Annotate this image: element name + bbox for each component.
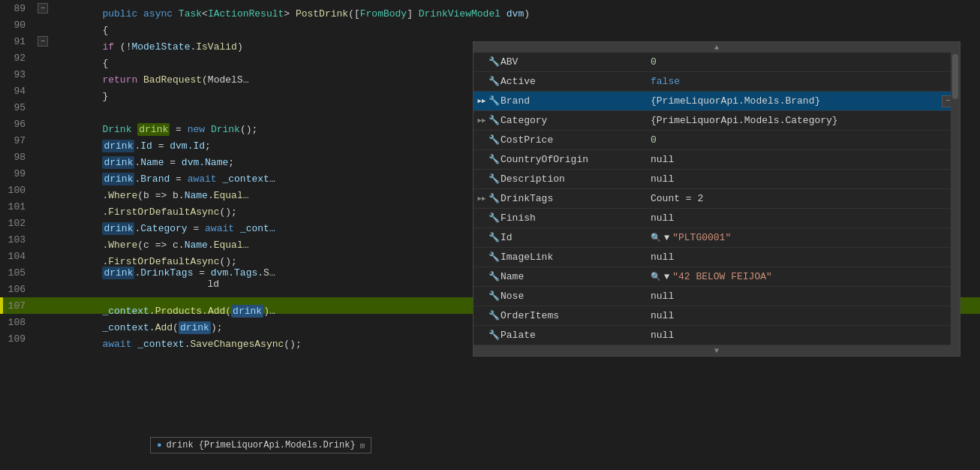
line-num-91: 91 xyxy=(0,36,38,47)
wrench-icon-category: 🔧 xyxy=(487,114,501,128)
wrench-icon-costprice: 🔧 xyxy=(487,134,501,147)
wrench-icon-countryoforigin: 🔧 xyxy=(487,153,501,167)
debug-row-orderitems[interactable]: 🔧 OrderItems null xyxy=(473,306,960,326)
line-num-104: 104 xyxy=(0,251,38,262)
tooltip-arrow: ⊞ xyxy=(360,441,365,450)
line-num-99: 99 xyxy=(0,168,38,179)
wrench-icon-imagelink: 🔧 xyxy=(487,251,501,264)
debug-row-description[interactable]: 🔧 Description null xyxy=(473,170,960,189)
debug-row-brand[interactable]: ▶ 🔧 Brand {PrimeLiquorApi.Models.Brand} … xyxy=(473,92,960,111)
line-num-98: 98 xyxy=(0,152,38,163)
debug-tooltip: ● drink {PrimeLiquorApi.Models.Drink} ⊞ xyxy=(150,437,371,453)
line-num-108: 108 xyxy=(0,317,38,328)
line-num-93: 93 xyxy=(0,69,38,80)
debug-row-abv[interactable]: 🔧 ABV 0 xyxy=(473,53,960,72)
wrench-icon-palate: 🔧 xyxy=(487,329,501,342)
wrench-icon-active: 🔧 xyxy=(487,75,501,89)
wrench-icon-description: 🔧 xyxy=(487,173,501,186)
collapse-91[interactable]: − xyxy=(38,36,48,47)
debug-row-imagelink[interactable]: 🔧 ImageLink null xyxy=(473,248,960,267)
debug-row-category[interactable]: ▶ 🔧 Category {PrimeLiquorApi.Models.Cate… xyxy=(473,111,960,131)
line-num-106: 106 xyxy=(0,284,38,295)
wrench-icon-brand: 🔧 xyxy=(487,95,501,108)
wrench-icon-orderitems: 🔧 xyxy=(487,309,501,323)
line-num-89: 89 xyxy=(0,3,38,14)
tooltip-text: drink {PrimeLiquorApi.Models.Drink} xyxy=(167,440,356,450)
debug-row-drinktags[interactable]: ▶ 🔧 DrinkTags Count = 2 xyxy=(473,189,960,209)
debug-scroll-down[interactable]: ▼ xyxy=(473,345,960,356)
wrench-icon-id: 🔧 xyxy=(487,231,501,245)
wrench-icon-name: 🔧 xyxy=(487,270,501,284)
line-num-96: 96 xyxy=(0,119,38,130)
line-num-105: 105 xyxy=(0,267,38,279)
line-num-101: 101 xyxy=(0,201,38,212)
line-num-102: 102 xyxy=(0,218,38,229)
debug-arrow xyxy=(0,297,3,314)
line-num-94: 94 xyxy=(0,86,38,97)
line-num-92: 92 xyxy=(0,53,38,64)
editor-container: 89 − public async Task<IActionResult> Po… xyxy=(0,0,980,470)
wrench-icon-abv: 🔧 xyxy=(487,56,501,69)
debug-scrollbar-thumb[interactable] xyxy=(952,54,958,99)
line-num-107: 107 xyxy=(0,300,38,312)
debug-row-name[interactable]: 🔧 Name 🔍 ▼ "42 BELOW FEIJOA" xyxy=(473,267,960,287)
line-num-97: 97 xyxy=(0,135,38,146)
line-num-95: 95 xyxy=(0,102,38,113)
wrench-icon-nose: 🔧 xyxy=(487,290,501,303)
debug-row-finish[interactable]: 🔧 Finish null xyxy=(473,209,960,228)
debug-name-brand: Brand xyxy=(501,95,651,107)
wrench-icon-finish: 🔧 xyxy=(487,212,501,225)
debug-row-active[interactable]: 🔧 Active false xyxy=(473,72,960,92)
debug-scrollbar[interactable] xyxy=(951,53,960,345)
wrench-icon-drinktags: 🔧 xyxy=(487,192,501,206)
search-icon-name: 🔍 xyxy=(651,272,661,282)
line-num-103: 103 xyxy=(0,234,38,246)
debug-row-nose[interactable]: 🔧 Nose null xyxy=(473,287,960,306)
line-num-100: 100 xyxy=(0,185,38,196)
collapse-89[interactable]: − xyxy=(38,3,48,14)
debug-row-costprice[interactable]: 🔧 CostPrice 0 xyxy=(473,131,960,150)
debug-panel: ▲ 🔧 ABV 0 🔧 Active false ▶ 🔧 Brand {Prim… xyxy=(473,41,960,357)
debug-scroll-up[interactable]: ▲ xyxy=(473,42,960,53)
debug-row-palate[interactable]: 🔧 Palate null xyxy=(473,326,960,345)
search-icon-id: 🔍 xyxy=(651,233,661,243)
line-num-90: 90 xyxy=(0,20,38,31)
debug-row-id[interactable]: 🔧 Id 🔍 ▼ "PLTG0001" xyxy=(473,228,960,248)
debug-dot-icon: ● xyxy=(157,441,162,450)
debug-row-countryoforigin[interactable]: 🔧 CountryOfOrigin null xyxy=(473,150,960,170)
line-num-109: 109 xyxy=(0,333,38,345)
